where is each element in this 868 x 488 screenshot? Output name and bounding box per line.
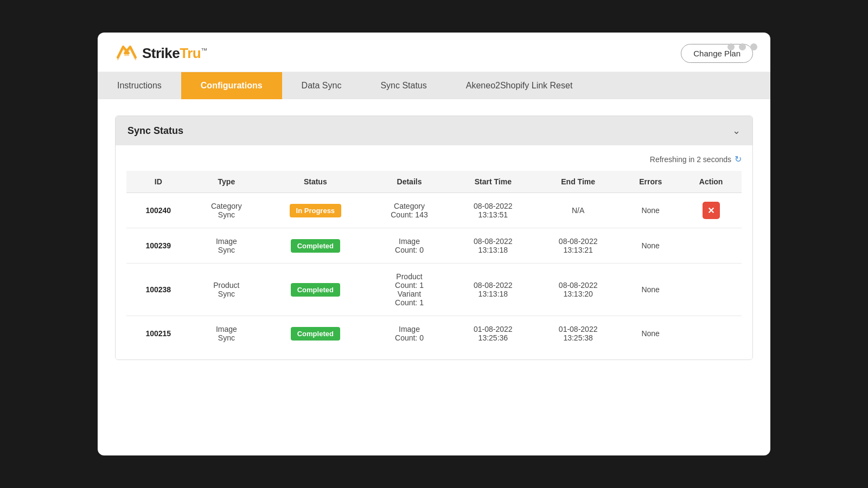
col-id: ID <box>126 171 190 193</box>
status-badge: Completed <box>291 239 340 253</box>
header: StrikeTru™ Change Plan <box>98 33 770 72</box>
cell-type: Category Sync <box>190 193 263 228</box>
cell-action <box>680 228 742 264</box>
logo-strike: Strike <box>142 45 180 61</box>
sync-status-panel-header[interactable]: Sync Status ⌄ <box>116 116 752 145</box>
table-row: 100240Category SyncIn ProgressCategory C… <box>126 193 742 228</box>
cell-type: Image Sync <box>190 316 263 351</box>
tab-link-reset[interactable]: Akeneo2Shopify Link Reset <box>446 72 592 99</box>
cell-end-time: N/A <box>535 193 621 228</box>
col-end-time: End Time <box>535 171 621 193</box>
logo-text: StrikeTru™ <box>142 45 207 62</box>
cell-details: Category Count: 143 <box>368 193 451 228</box>
table-row: 100215Image SyncCompletedImage Count: 00… <box>126 316 742 351</box>
window-controls <box>727 43 757 50</box>
cell-details: Product Count: 1 Variant Count: 1 <box>368 264 451 316</box>
cell-end-time: 01-08-2022 13:25:38 <box>535 316 621 351</box>
cell-end-time: 08-08-2022 13:13:20 <box>535 264 621 316</box>
col-status: Status <box>263 171 368 193</box>
cell-status: In Progress <box>263 193 368 228</box>
cancel-button[interactable]: ✕ <box>703 202 720 219</box>
status-badge: Completed <box>291 327 340 341</box>
nav-tabs: Instructions Configurations Data Sync Sy… <box>98 72 770 99</box>
cell-action: ✕ <box>680 193 742 228</box>
tab-data-sync[interactable]: Data Sync <box>282 72 361 99</box>
app-window: StrikeTru™ Change Plan Instructions Conf… <box>98 33 770 455</box>
cell-type: Image Sync <box>190 228 263 264</box>
sync-table: ID Type Status Details Start Time End Ti… <box>126 171 742 351</box>
window-dot-2 <box>739 43 746 50</box>
refresh-bar: Refreshing in 2 seconds ↻ <box>126 154 742 164</box>
sync-status-panel-title: Sync Status <box>127 125 183 137</box>
col-errors: Errors <box>621 171 680 193</box>
cell-errors: None <box>621 193 680 228</box>
cell-details: Image Count: 0 <box>368 228 451 264</box>
tab-configurations[interactable]: Configurations <box>181 72 282 99</box>
col-start-time: Start Time <box>450 171 535 193</box>
cell-errors: None <box>621 316 680 351</box>
cell-id: 100239 <box>126 228 190 264</box>
cell-type: Product Sync <box>190 264 263 316</box>
window-dot-3 <box>750 43 757 50</box>
tab-sync-status[interactable]: Sync Status <box>361 72 446 99</box>
cell-status: Completed <box>263 228 368 264</box>
logo-trademark: ™ <box>201 47 207 54</box>
cell-status: Completed <box>263 264 368 316</box>
col-action: Action <box>680 171 742 193</box>
cell-errors: None <box>621 228 680 264</box>
chevron-down-icon: ⌄ <box>732 125 741 137</box>
main-content: Sync Status ⌄ Refreshing in 2 seconds ↻ … <box>98 99 770 376</box>
tab-instructions[interactable]: Instructions <box>98 72 181 99</box>
cell-start-time: 08-08-2022 13:13:18 <box>450 264 535 316</box>
cell-action <box>680 316 742 351</box>
cell-id: 100240 <box>126 193 190 228</box>
cell-id: 100215 <box>126 316 190 351</box>
logo-tru: Tru <box>180 45 201 61</box>
logo-icon <box>115 42 137 64</box>
cell-errors: None <box>621 264 680 316</box>
cell-start-time: 08-08-2022 13:13:18 <box>450 228 535 264</box>
sync-status-panel: Sync Status ⌄ Refreshing in 2 seconds ↻ … <box>115 115 753 360</box>
cell-start-time: 08-08-2022 13:13:51 <box>450 193 535 228</box>
table-row: 100238Product SyncCompletedProduct Count… <box>126 264 742 316</box>
status-badge: In Progress <box>290 204 342 217</box>
cell-details: Image Count: 0 <box>368 316 451 351</box>
sync-status-panel-body: Refreshing in 2 seconds ↻ ID Type Status… <box>116 145 752 359</box>
col-details: Details <box>368 171 451 193</box>
cell-end-time: 08-08-2022 13:13:21 <box>535 228 621 264</box>
refresh-icon[interactable]: ↻ <box>735 154 742 164</box>
logo: StrikeTru™ <box>115 42 207 64</box>
refresh-text: Refreshing in 2 seconds <box>650 155 731 164</box>
col-type: Type <box>190 171 263 193</box>
cell-status: Completed <box>263 316 368 351</box>
table-row: 100239Image SyncCompletedImage Count: 00… <box>126 228 742 264</box>
cell-action <box>680 264 742 316</box>
status-badge: Completed <box>291 283 340 297</box>
table-header-row: ID Type Status Details Start Time End Ti… <box>126 171 742 193</box>
cell-id: 100238 <box>126 264 190 316</box>
window-dot-1 <box>727 43 735 50</box>
cell-start-time: 01-08-2022 13:25:36 <box>450 316 535 351</box>
